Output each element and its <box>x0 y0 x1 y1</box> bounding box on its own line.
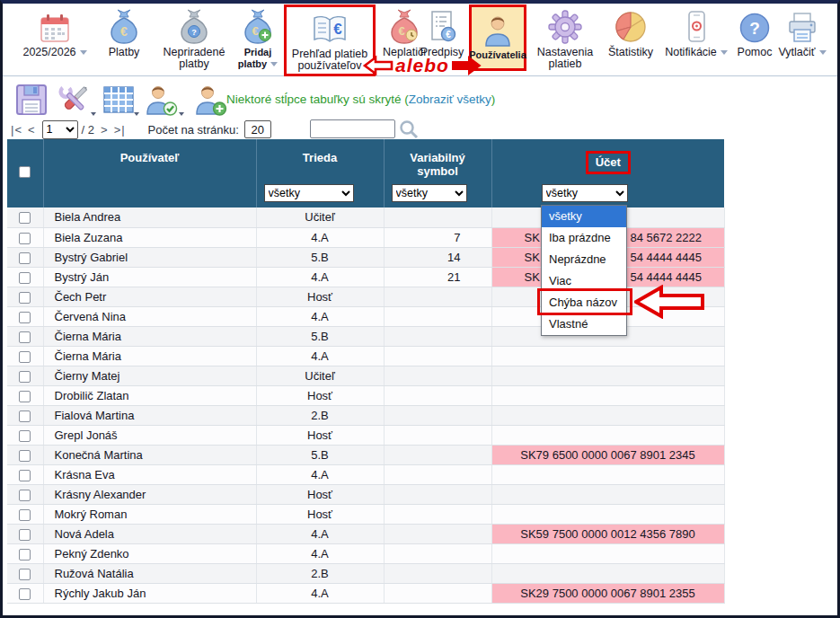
last-page-button[interactable]: >| <box>111 123 128 137</box>
cell-checkbox <box>7 346 43 366</box>
cell-class: 4.A <box>256 543 384 563</box>
row-checkbox[interactable] <box>19 549 31 561</box>
toolbar-item-pridaj-platby[interactable]: € Pridaj platby <box>230 7 286 70</box>
table-actions-bar: Niektoré stĺpce tabuľky sú skryté (Zobra… <box>3 80 837 118</box>
annotation-text: alebo <box>395 55 449 76</box>
cell-class: Hosť <box>256 385 384 405</box>
toolbar-label: Pomoc <box>738 47 773 58</box>
cell-user-name: Červená Nina <box>43 306 256 326</box>
cell-account <box>491 504 724 524</box>
table-columns-button[interactable] <box>100 82 137 121</box>
cell-variabilny-symbol <box>384 563 491 583</box>
cell-user-name: Čierna Mária <box>43 346 256 366</box>
per-page-input[interactable] <box>244 120 271 138</box>
row-checkbox[interactable] <box>19 351 31 363</box>
cell-user-name: Rýchly Jakub Ján <box>43 583 256 603</box>
school-year-selector[interactable]: 2025/2026 <box>14 7 95 58</box>
save-button[interactable] <box>13 82 49 121</box>
variabilny-symbol-filter-select[interactable]: všetky <box>392 184 467 202</box>
cell-user-name: Grepl Jonáš <box>43 425 256 445</box>
row-checkbox[interactable] <box>19 212 31 224</box>
ucet-filter-dropdown: všetkyIba prázdneNeprázdneViacChýba názo… <box>541 205 627 336</box>
cell-class: 5.B <box>256 445 384 464</box>
cell-user-name: Čech Petr <box>43 287 256 306</box>
cell-checkbox <box>7 405 43 425</box>
row-checkbox[interactable] <box>19 233 31 244</box>
cell-account: SK79 6500 0000 0067 8901 2345 <box>491 445 724 464</box>
prev-page-button[interactable]: < <box>25 123 39 137</box>
show-all-columns-link[interactable]: Zobraziť všetky <box>409 93 491 106</box>
printer-icon <box>784 7 820 45</box>
cell-variabilny-symbol <box>384 464 491 484</box>
row-checkbox[interactable] <box>19 331 31 343</box>
cell-checkbox <box>7 267 43 287</box>
dropdown-option[interactable]: Viac <box>542 270 626 292</box>
cell-variabilny-symbol: 14 <box>384 247 491 267</box>
toolbar-label: Pridaj platby <box>238 47 271 69</box>
ucet-filter-select[interactable]: všetky <box>542 184 628 202</box>
row-checkbox[interactable] <box>19 391 31 402</box>
table-row: Krásny AlexanderHosť <box>7 484 724 504</box>
school-year-label: 2025/2026 <box>22 46 75 58</box>
svg-text:€: € <box>398 24 404 38</box>
toolbar-item-prehlad-platieb[interactable]: € Prehľad platieb používateľov <box>284 4 376 76</box>
dropdown-option[interactable]: Chýba názov <box>542 292 626 313</box>
cell-checkbox <box>7 524 43 543</box>
user-add-button[interactable] <box>191 82 231 121</box>
cell-variabilny-symbol <box>384 445 491 464</box>
next-page-button[interactable]: > <box>98 123 111 137</box>
cell-user-name: Krásny Alexander <box>43 484 256 504</box>
cell-account <box>491 405 724 425</box>
settings-tools-button[interactable] <box>55 82 94 121</box>
row-checkbox[interactable] <box>19 430 31 442</box>
page-select[interactable]: 1 <box>42 120 78 139</box>
row-checkbox[interactable] <box>19 569 31 580</box>
row-checkbox[interactable] <box>19 312 31 323</box>
table-row: Pekný Zdenko4.A <box>7 543 724 563</box>
chevron-down-icon <box>179 112 184 116</box>
table-row: Krásna Eva4.A <box>7 464 724 484</box>
trieda-filter-select[interactable]: všetky <box>264 184 354 202</box>
table-row: Čierna Mária4.A <box>7 346 724 366</box>
dropdown-option[interactable]: Iba prázdne <box>542 227 626 249</box>
cell-variabilny-symbol <box>384 385 491 405</box>
first-page-button[interactable]: |< <box>8 123 25 137</box>
cell-user-name: Čierna Mária <box>43 326 256 346</box>
toolbar-item-statistiky[interactable]: Štatistiky <box>602 7 659 58</box>
cell-class: 4.A <box>256 227 384 247</box>
toolbar-item-nepriradene-platby[interactable]: ? Nepriradené platby <box>155 7 234 70</box>
dropdown-option[interactable]: všetky <box>542 206 626 227</box>
cell-checkbox <box>7 445 43 464</box>
toolbar-item-nastavenia-platieb[interactable]: Nastavenia platieb <box>530 7 600 70</box>
row-checkbox[interactable] <box>19 411 31 422</box>
dropdown-option[interactable]: Vlastné <box>542 313 626 335</box>
per-page-label: Počet na stránku: <box>148 123 239 137</box>
dropdown-option[interactable]: Neprázdne <box>542 249 626 270</box>
toolbar-item-predpisy[interactable]: € Predpisy <box>415 7 469 58</box>
row-checkbox[interactable] <box>19 252 31 264</box>
toolbar-item-platby[interactable]: € Platby <box>97 7 151 58</box>
row-checkbox[interactable] <box>19 292 31 304</box>
user-approved-button[interactable] <box>142 82 181 121</box>
app-window: 2025/2026 € Platby ? Nepriradené platby … <box>0 0 840 618</box>
row-checkbox[interactable] <box>19 371 31 383</box>
toolbar-item-vytlacit[interactable]: Vytlačiť <box>773 7 832 58</box>
search-input[interactable] <box>310 119 395 138</box>
row-checkbox[interactable] <box>19 470 31 481</box>
cell-class: 5.B <box>256 247 384 267</box>
cell-class: 2.B <box>256 405 384 425</box>
help-icon: ? <box>738 7 772 45</box>
cell-checkbox <box>7 504 43 524</box>
row-checkbox[interactable] <box>19 450 31 462</box>
toolbar-item-pomoc[interactable]: ? Pomoc <box>733 7 776 58</box>
select-all-checkbox[interactable] <box>19 166 31 178</box>
arrow-left-icon <box>363 54 393 77</box>
row-checkbox[interactable] <box>19 272 31 284</box>
row-checkbox[interactable] <box>19 490 31 501</box>
row-checkbox[interactable] <box>19 529 31 541</box>
money-bag-icon: € <box>107 7 141 45</box>
arrow-right-icon <box>451 54 482 77</box>
row-checkbox[interactable] <box>19 588 31 600</box>
row-checkbox[interactable] <box>19 509 31 521</box>
toolbar-item-notifikacie[interactable]: Notifikácie <box>659 7 733 58</box>
